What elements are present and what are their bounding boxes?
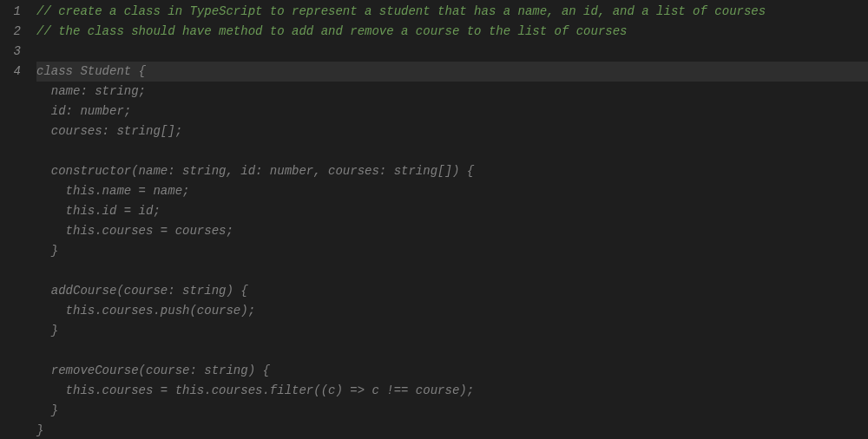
code-text: removeCourse(course: string) { [36, 364, 270, 377]
code-line[interactable] [36, 261, 868, 281]
code-line[interactable] [36, 341, 868, 361]
comment-text: // create a class in TypeScript to repre… [36, 4, 766, 18]
code-line[interactable]: } [36, 321, 868, 341]
code-line[interactable]: this.courses = this.courses.filter((c) =… [36, 381, 868, 401]
code-text: name: string; [36, 84, 146, 98]
comment-text: // the class should have method to add a… [36, 24, 628, 38]
code-line[interactable]: courses: string[]; [36, 121, 868, 141]
code-line[interactable]: class Student { [36, 62, 868, 82]
code-line[interactable]: removeCourse(course: string) { [36, 361, 868, 381]
code-area[interactable]: // create a class in TypeScript to repre… [36, 0, 868, 439]
code-text: this.name = name; [36, 184, 189, 198]
code-line[interactable]: constructor(name: string, id: number, co… [36, 161, 868, 181]
code-line[interactable]: // create a class in TypeScript to repre… [36, 2, 868, 22]
code-line[interactable] [36, 141, 868, 161]
code-text: } [36, 423, 43, 437]
code-text: } [36, 324, 58, 337]
code-line[interactable]: } [36, 241, 868, 261]
code-line[interactable]: this.name = name; [36, 181, 868, 201]
code-text: } [36, 403, 58, 417]
code-line[interactable]: } [36, 401, 868, 421]
code-text: } [36, 244, 58, 258]
line-number: 1 [0, 2, 21, 22]
code-text: this.courses.push(course); [36, 304, 255, 318]
code-line[interactable]: // the class should have method to add a… [36, 22, 868, 42]
code-editor[interactable]: 1234 // create a class in TypeScript to … [0, 0, 868, 439]
code-text: this.courses = courses; [36, 224, 233, 238]
code-text: this.id = id; [36, 204, 161, 218]
code-text: constructor(name: string, id: number, co… [36, 164, 474, 178]
code-text: addCourse(course: string) { [36, 284, 248, 298]
code-line[interactable]: this.courses = courses; [36, 221, 868, 241]
line-number: 4 [0, 62, 21, 82]
line-number: 3 [0, 42, 21, 62]
line-number: 2 [0, 22, 21, 42]
code-line[interactable]: } [36, 421, 868, 439]
code-line[interactable] [36, 42, 868, 62]
code-line[interactable]: addCourse(course: string) { [36, 281, 868, 301]
code-text: class Student { [36, 64, 146, 78]
line-number-gutter: 1234 [0, 0, 36, 439]
code-line[interactable]: this.id = id; [36, 201, 868, 221]
code-line[interactable]: id: number; [36, 102, 868, 121]
code-line[interactable]: this.courses.push(course); [36, 301, 868, 321]
code-text: this.courses = this.courses.filter((c) =… [36, 383, 474, 397]
code-text: courses: string[]; [36, 124, 182, 138]
code-line[interactable]: name: string; [36, 82, 868, 102]
code-text: id: number; [36, 104, 131, 118]
